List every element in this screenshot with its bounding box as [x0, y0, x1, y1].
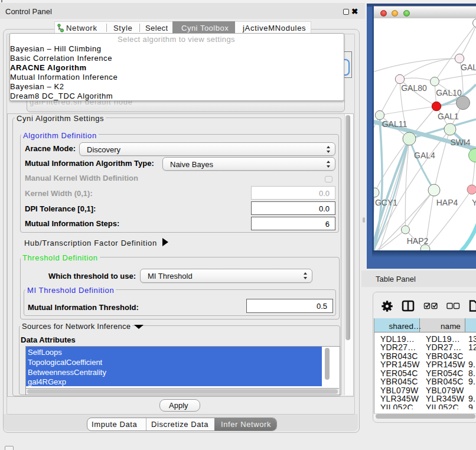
svg-text:HAP4: HAP4	[436, 198, 458, 207]
svg-text:GAL2: GAL2	[461, 63, 476, 72]
svg-text:YEL: YEL	[472, 198, 476, 207]
svg-text:GAL4: GAL4	[414, 151, 435, 160]
svg-text:GAL80: GAL80	[401, 83, 427, 93]
svg-text:GCY1: GCY1	[375, 198, 397, 207]
svg-text:GAL11: GAL11	[382, 119, 407, 129]
svg-text:SWI4: SWI4	[450, 138, 470, 147]
svg-text:HAP2: HAP2	[407, 236, 429, 246]
svg-text:GAL10: GAL10	[436, 88, 462, 97]
svg-text:GAL1: GAL1	[438, 112, 459, 121]
